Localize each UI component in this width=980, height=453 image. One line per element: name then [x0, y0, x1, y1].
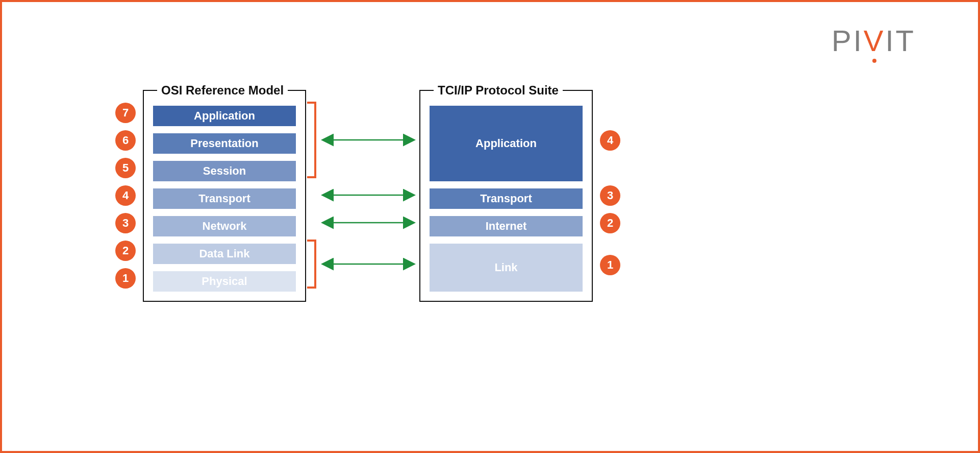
layer-number-badge: 5 — [115, 158, 136, 178]
diagram: 7 6 5 4 3 2 1 OSI Reference Model Applic… — [13, 83, 967, 384]
osi-numbers: 7 6 5 4 3 2 1 — [115, 83, 136, 302]
tcp-column: TCI/IP Protocol Suite Application Transp… — [419, 83, 620, 302]
arrows-svg — [317, 101, 419, 295]
osi-layer-data-link: Data Link — [153, 244, 296, 264]
layer-number-badge: 6 — [115, 130, 136, 151]
layer-number-badge: 2 — [600, 213, 620, 233]
layer-number-badge: 7 — [115, 103, 136, 123]
spacer — [600, 158, 620, 178]
spacer — [600, 103, 620, 123]
logo-suffix: IT — [885, 23, 916, 58]
tcp-title: TCI/IP Protocol Suite — [434, 83, 563, 98]
layer-number-badge: 4 — [115, 185, 136, 206]
osi-layer-application: Application — [153, 106, 296, 126]
tcp-layer-application: Application — [430, 106, 583, 181]
layer-number-badge: 3 — [600, 185, 620, 206]
osi-layer-network: Network — [153, 216, 296, 236]
logo-dot-icon — [872, 59, 876, 63]
tcp-box: TCI/IP Protocol Suite Application Transp… — [419, 83, 593, 302]
spacer — [600, 241, 620, 248]
group-brackets — [306, 101, 317, 297]
osi-layer-physical: Physical — [153, 271, 296, 292]
osi-column: 7 6 5 4 3 2 1 OSI Reference Model Applic… — [115, 83, 306, 302]
layer-number-badge: 2 — [115, 241, 136, 261]
layer-number-badge: 1 — [115, 268, 136, 289]
frame: PI V IT 7 6 5 4 3 2 1 OSI Reference Mode… — [0, 0, 980, 453]
logo: PI V IT — [13, 13, 967, 83]
osi-box: OSI Reference Model Application Presenta… — [143, 83, 306, 302]
tcp-layer-transport: Transport — [430, 188, 583, 209]
layer-number-badge: 1 — [600, 255, 620, 275]
osi-title: OSI Reference Model — [157, 83, 288, 98]
tcp-layer-link: Link — [430, 244, 583, 292]
logo-accent-letter: V — [864, 23, 886, 58]
tcp-layer-internet: Internet — [430, 216, 583, 236]
osi-layers: Application Presentation Session Transpo… — [153, 106, 296, 292]
layer-number-badge: 3 — [115, 213, 136, 233]
bracket-icon — [306, 101, 317, 295]
tcp-layers: Application Transport Internet Link — [430, 106, 583, 292]
osi-layer-session: Session — [153, 161, 296, 181]
mapping-arrows — [317, 101, 419, 297]
osi-layer-presentation: Presentation — [153, 133, 296, 154]
layer-number-badge: 4 — [600, 130, 620, 151]
tcp-numbers: 4 3 2 1 — [600, 83, 620, 302]
logo-text: PI V IT — [832, 23, 916, 58]
bottom-spacer — [13, 384, 967, 440]
osi-layer-transport: Transport — [153, 188, 296, 209]
logo-prefix: PI — [832, 23, 864, 58]
